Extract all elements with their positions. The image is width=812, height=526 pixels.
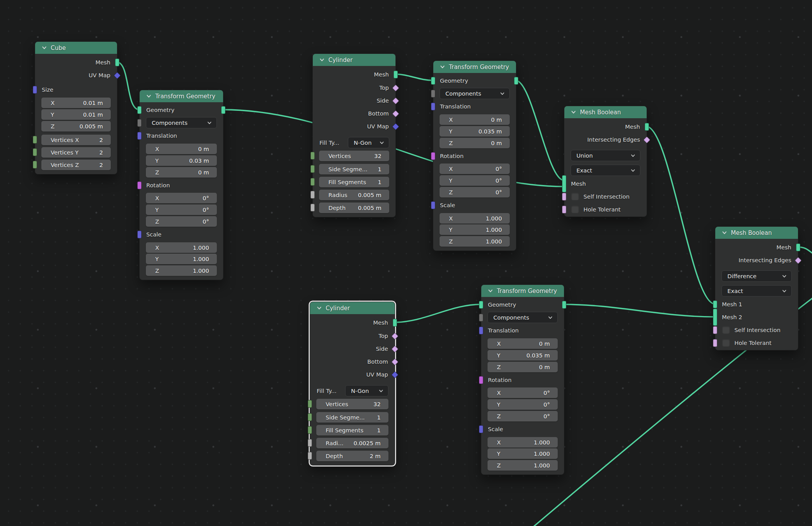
- cylinder-2-right-socket[interactable]: [391, 345, 398, 352]
- mesh-boolean-1-left-socket[interactable]: [562, 193, 566, 201]
- cylinder-2-left-socket[interactable]: [308, 452, 312, 460]
- checkbox-hole-tolerant[interactable]: [722, 339, 730, 347]
- value-field-x[interactable]: X0 m: [146, 144, 217, 154]
- value-field-vertices[interactable]: Vertices32: [319, 151, 389, 161]
- value-field-x[interactable]: X0 m: [488, 338, 558, 349]
- value-field-y[interactable]: Y1.000: [488, 448, 558, 459]
- cylinder-1-left-socket[interactable]: [310, 165, 315, 173]
- transform-geometry-2-left-socket[interactable]: [431, 152, 435, 160]
- node-mesh-boolean-2[interactable]: Mesh BooleanMeshIntersecting EdgesDiffer…: [715, 226, 798, 350]
- cylinder-1-left-socket[interactable]: [310, 178, 315, 186]
- cylinder-1-right-socket[interactable]: [394, 71, 398, 78]
- value-field-y[interactable]: Y0.03 m: [146, 155, 217, 166]
- node-header-cylinder-2[interactable]: Cylinder: [310, 302, 395, 314]
- value-field-radi-[interactable]: Radi...0.0025 m: [316, 438, 388, 448]
- value-field-vertices-z[interactable]: Vertices Z2: [41, 160, 111, 170]
- cube-right-socket[interactable]: [115, 59, 119, 66]
- value-field-depth[interactable]: Depth0.005 m: [319, 203, 389, 213]
- transform-geometry-2-left-socket[interactable]: [431, 77, 435, 85]
- mesh-boolean-2-left-socket[interactable]: [713, 300, 717, 308]
- value-field-y[interactable]: Y1.000: [146, 254, 217, 264]
- cylinder-2-right-socket[interactable]: [391, 371, 398, 378]
- node-transform-geometry-2[interactable]: Transform GeometryGeometryComponentsTran…: [433, 60, 516, 251]
- value-field-z[interactable]: Z0°: [440, 187, 510, 197]
- dropdown-n-gon[interactable]: N-Gon: [345, 385, 388, 396]
- mesh-boolean-1-right-socket[interactable]: [645, 123, 649, 131]
- cube-right-socket[interactable]: [113, 72, 121, 79]
- transform-geometry-3-left-socket[interactable]: [479, 314, 483, 322]
- cylinder-1-left-socket[interactable]: [310, 152, 315, 160]
- cylinder-1-left-socket[interactable]: [310, 204, 315, 211]
- transform-geometry-1-left-socket[interactable]: [137, 106, 142, 114]
- value-field-z[interactable]: Z1.000: [440, 236, 510, 247]
- transform-geometry-1-left-socket[interactable]: [137, 231, 142, 238]
- node-header-cylinder-1[interactable]: Cylinder: [313, 54, 395, 66]
- value-field-y[interactable]: Y0°: [488, 399, 558, 410]
- value-field-y[interactable]: Y0.035 m: [440, 126, 510, 137]
- cylinder-2-right-socket[interactable]: [393, 319, 397, 327]
- transform-geometry-2-left-socket[interactable]: [431, 90, 435, 98]
- transform-geometry-3-left-socket[interactable]: [479, 327, 483, 334]
- value-field-vertices-x[interactable]: Vertices X2: [41, 135, 111, 145]
- dropdown-exact[interactable]: Exact: [571, 165, 640, 176]
- cylinder-1-right-socket[interactable]: [392, 110, 399, 117]
- cylinder-1-right-socket[interactable]: [392, 84, 399, 91]
- cylinder-1-right-socket[interactable]: [392, 97, 399, 104]
- value-field-x[interactable]: X1.000: [440, 213, 510, 224]
- node-editor-canvas[interactable]: CubeMeshUV MapSizeX0.01 mY0.01 mZ0.005 m…: [0, 0, 812, 526]
- node-header-transform-geometry-1[interactable]: Transform Geometry: [140, 90, 223, 102]
- value-field-z[interactable]: Z0 m: [146, 167, 217, 178]
- transform-geometry-3-right-socket[interactable]: [562, 301, 566, 309]
- cube-left-socket[interactable]: [33, 86, 37, 94]
- checkbox-hole-tolerant[interactable]: [571, 205, 579, 213]
- cylinder-2-right-socket[interactable]: [391, 332, 398, 339]
- cylinder-2-left-socket[interactable]: [308, 413, 312, 421]
- transform-geometry-1-left-socket[interactable]: [137, 132, 142, 140]
- transform-geometry-1-left-socket[interactable]: [137, 119, 142, 127]
- transform-geometry-1-left-socket[interactable]: [137, 181, 142, 189]
- mesh-boolean-1-left-socket[interactable]: [562, 206, 566, 213]
- cube-left-socket[interactable]: [33, 161, 37, 169]
- node-mesh-boolean-1[interactable]: Mesh BooleanMeshIntersecting EdgesUnionE…: [564, 106, 647, 217]
- transform-geometry-3-left-socket[interactable]: [479, 376, 483, 384]
- value-field-x[interactable]: X1.000: [488, 437, 558, 448]
- transform-geometry-2-right-socket[interactable]: [514, 77, 518, 85]
- dropdown-components[interactable]: Components: [440, 88, 510, 99]
- mesh-boolean-2-left-socket[interactable]: [713, 326, 717, 334]
- value-field-z[interactable]: Z1.000: [488, 460, 558, 471]
- value-field-x[interactable]: X0.01 m: [41, 98, 111, 108]
- mesh-boolean-2-left-socket[interactable]: [713, 339, 717, 347]
- node-header-cube[interactable]: Cube: [35, 42, 117, 54]
- value-field-z[interactable]: Z0°: [146, 216, 217, 227]
- value-field-z[interactable]: Z0°: [488, 411, 558, 421]
- value-field-x[interactable]: X1.000: [146, 242, 217, 253]
- value-field-x[interactable]: X0°: [440, 163, 510, 174]
- cylinder-2-left-socket[interactable]: [308, 400, 312, 408]
- value-field-x[interactable]: X0°: [146, 193, 217, 203]
- transform-geometry-2-left-socket[interactable]: [431, 201, 435, 209]
- value-field-depth[interactable]: Depth2 m: [316, 451, 388, 461]
- node-transform-geometry-1[interactable]: Transform GeometryGeometryComponentsTran…: [139, 90, 223, 280]
- node-header-transform-geometry-3[interactable]: Transform Geometry: [481, 285, 564, 297]
- value-field-z[interactable]: Z1.000: [146, 265, 217, 276]
- dropdown-components[interactable]: Components: [488, 312, 558, 323]
- node-header-mesh-boolean-1[interactable]: Mesh Boolean: [564, 106, 647, 118]
- checkbox-self-intersection[interactable]: [571, 192, 579, 201]
- value-field-y[interactable]: Y0°: [146, 204, 217, 215]
- checkbox-self-intersection[interactable]: [722, 326, 730, 334]
- value-field-side-segme-[interactable]: Side Segme...1: [316, 412, 388, 423]
- cube-left-socket[interactable]: [33, 136, 37, 144]
- value-field-fill-segments[interactable]: Fill Segments1: [319, 177, 389, 187]
- value-field-radius[interactable]: Radius0.005 m: [319, 190, 389, 200]
- value-field-z[interactable]: Z0 m: [488, 362, 558, 372]
- value-field-z[interactable]: Z0.005 m: [41, 121, 111, 132]
- value-field-y[interactable]: Y0.01 m: [41, 109, 111, 120]
- value-field-side-segme-[interactable]: Side Segme...1: [319, 164, 389, 174]
- value-field-y[interactable]: Y0°: [440, 175, 510, 186]
- cylinder-1-right-socket[interactable]: [392, 123, 399, 130]
- dropdown-components[interactable]: Components: [146, 117, 217, 128]
- cube-left-socket[interactable]: [33, 148, 37, 156]
- dropdown-n-gon[interactable]: N-Gon: [348, 137, 389, 148]
- value-field-vertices-y[interactable]: Vertices Y2: [41, 147, 111, 158]
- value-field-z[interactable]: Z0 m: [440, 138, 510, 148]
